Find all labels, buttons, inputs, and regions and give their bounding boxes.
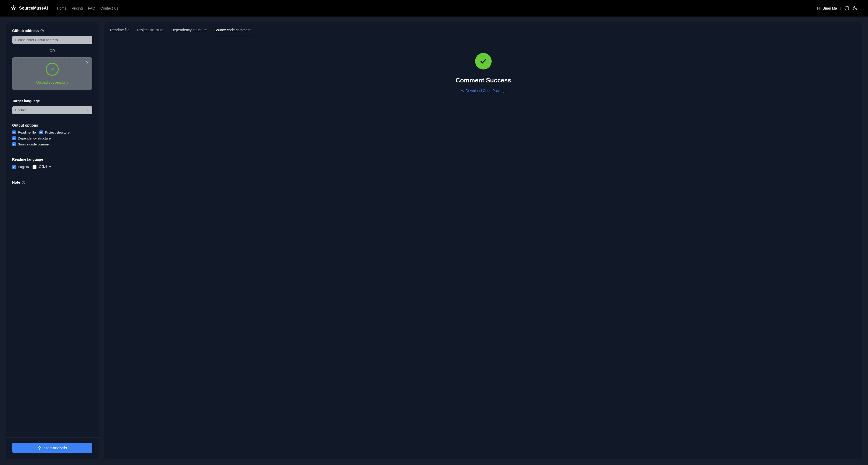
readme-language-label: Readme language <box>12 157 92 162</box>
brand-logo[interactable]: SourceMuseAI <box>10 5 48 11</box>
download-text: Download Code Package <box>466 89 507 93</box>
checkbox-label: Source code comment <box>18 142 52 146</box>
content-panel: Readme file Project structure Dependency… <box>104 22 862 459</box>
checkbox-english[interactable]: English <box>12 165 29 169</box>
target-language-value: English <box>15 108 26 112</box>
checkbox-readme-file[interactable]: Readme file <box>12 130 36 134</box>
tab-readme[interactable]: Readme file <box>110 28 129 36</box>
output-options-label: Output options <box>12 123 92 127</box>
or-divider: OR <box>12 48 92 53</box>
refresh-icon[interactable] <box>844 6 849 11</box>
download-link[interactable]: Download Code Package <box>460 89 507 93</box>
checkbox-label: English <box>18 165 29 169</box>
svg-point-0 <box>13 7 14 8</box>
checkbox-input <box>12 165 16 169</box>
github-address-input[interactable] <box>12 36 92 44</box>
checkbox-input <box>12 130 16 134</box>
nav-menu: Home Pricing FAQ Contact Us <box>57 6 118 10</box>
close-icon[interactable] <box>85 60 89 64</box>
output-options-row2: Dependency structure <box>12 136 92 140</box>
nav-home[interactable]: Home <box>57 6 66 10</box>
tab-project-structure[interactable]: Project structure <box>137 28 164 36</box>
readme-langs-row: English 简体中文 <box>12 165 92 169</box>
checkbox-label: 简体中文 <box>38 165 52 169</box>
star-icon <box>10 5 17 11</box>
download-icon <box>460 89 464 93</box>
tab-source-code-comment[interactable]: Source code comment <box>215 28 251 36</box>
nav-contact[interactable]: Contact Us <box>100 6 118 10</box>
checkbox-chinese[interactable]: 简体中文 <box>33 165 52 169</box>
output-options-row3: Source code comment <box>12 142 92 146</box>
target-language-label: Target language <box>12 99 92 103</box>
help-icon[interactable] <box>22 180 25 184</box>
sidebar-footer: Start analysis <box>6 437 99 459</box>
main-container: Github address OR <box>0 16 868 465</box>
github-address-label: Github address <box>12 29 92 33</box>
header-left: SourceMuseAI Home Pricing FAQ Contact Us <box>10 5 118 11</box>
success-title: Comment Success <box>456 77 511 84</box>
tabs: Readme file Project structure Dependency… <box>110 28 857 36</box>
user-greeting: Hi, Brian Ma <box>817 6 837 10</box>
header-bar: SourceMuseAI Home Pricing FAQ Contact Us… <box>0 0 868 16</box>
header-divider: | <box>840 6 841 10</box>
nav-faq[interactable]: FAQ <box>88 6 95 10</box>
output-options-row1: Readme file Project structure <box>12 130 92 134</box>
upload-status-text: Upload successfully <box>36 80 68 85</box>
github-label-text: Github address <box>12 29 39 33</box>
success-check-icon <box>475 53 492 69</box>
bulb-icon <box>37 446 42 450</box>
content-body: Comment Success Download Code Package <box>110 36 857 93</box>
chevron-down-icon <box>86 109 89 112</box>
sidebar: Github address OR <box>6 22 99 459</box>
nav-pricing[interactable]: Pricing <box>72 6 83 10</box>
checkbox-label: Dependency structure <box>18 136 51 140</box>
checkbox-input <box>33 165 36 169</box>
checkbox-input <box>12 136 16 140</box>
tab-dependency-structure[interactable]: Dependency structure <box>172 28 207 36</box>
checkbox-label: Project structure <box>45 130 69 134</box>
moon-icon[interactable] <box>852 6 858 11</box>
note-label: Note <box>12 180 92 185</box>
checkbox-project-structure[interactable]: Project structure <box>39 130 69 134</box>
note-label-text: Note <box>12 180 20 185</box>
help-icon[interactable] <box>40 29 44 33</box>
upload-area[interactable]: Upload successfully <box>12 57 92 90</box>
checkbox-label: Readme file <box>18 130 36 134</box>
target-language-select[interactable]: English <box>12 106 92 114</box>
checkbox-dependency-structure[interactable]: Dependency structure <box>12 136 51 140</box>
header-right: Hi, Brian Ma | <box>817 6 858 11</box>
start-button-label: Start analysis <box>44 445 67 450</box>
checkbox-input <box>12 142 16 146</box>
upload-check-icon <box>46 63 59 76</box>
checkbox-source-code-comment[interactable]: Source code comment <box>12 142 52 146</box>
checkbox-input <box>39 130 43 134</box>
sidebar-content: Github address OR <box>12 29 92 437</box>
start-analysis-button[interactable]: Start analysis <box>12 443 92 453</box>
brand-name: SourceMuseAI <box>19 6 48 10</box>
